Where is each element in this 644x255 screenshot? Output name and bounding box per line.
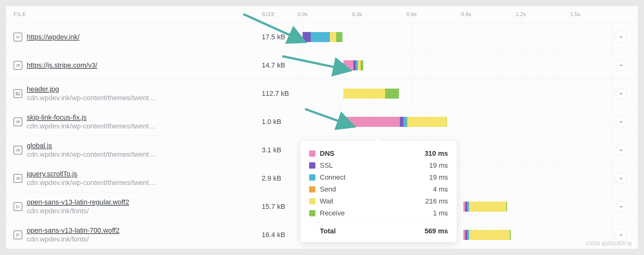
html-icon <box>14 33 22 41</box>
size-cell: 15.7 kB <box>262 203 303 211</box>
file-link[interactable]: https://js.stripe.com/v3/ <box>27 61 97 69</box>
axis-tick: 0.6s <box>407 6 417 23</box>
axis-tick: 1.2s <box>516 6 526 23</box>
tooltip-row: Wait216 ms <box>309 195 448 207</box>
file-cell: open-sans-v13-latin-regular.woff2cdn.wpd… <box>14 198 262 215</box>
tooltip-value: 1 ms <box>433 209 448 217</box>
axis-tick: 0.9s <box>461 6 471 23</box>
tooltip-label: Receive <box>320 209 428 217</box>
file-link[interactable]: jquery.scrollTo.js <box>27 170 156 178</box>
file-subpath: cdn.wpdev.ink/fonts/ <box>27 235 120 243</box>
chevron-down-icon <box>619 119 624 124</box>
color-swatch <box>309 162 315 169</box>
file-cell: https://wpdev.ink/ <box>14 33 262 41</box>
svg-line-6 <box>305 109 352 126</box>
size-cell: 112.7 kB <box>262 90 303 98</box>
file-link[interactable]: https://wpdev.ink/ <box>27 33 79 41</box>
expand-row-button[interactable] <box>615 88 627 99</box>
js-icon: JS <box>14 61 22 70</box>
file-subpath: cdn.wpdev.ink/wp-content/themes/twent… <box>27 150 156 159</box>
file-link[interactable]: open-sans-v13-latin-regular.woff2 <box>27 198 129 206</box>
expand-row-button[interactable] <box>615 116 627 127</box>
segment-connect <box>311 32 330 42</box>
segment-receive <box>447 117 447 127</box>
chevron-down-icon <box>619 91 624 96</box>
timing-bar[interactable] <box>463 230 510 240</box>
table-row: header.jpgcdn.wpdev.ink/wp-content/theme… <box>6 79 638 108</box>
annotation-arrow <box>305 109 362 132</box>
svg-line-4 <box>243 14 303 41</box>
svg-marker-2 <box>17 205 19 208</box>
file-link[interactable]: open-sans-v13-latin-700.woff2 <box>27 226 120 235</box>
annotation-arrow <box>282 56 358 76</box>
file-link[interactable]: header.jpg <box>27 85 156 93</box>
file-subpath: cdn.wpdev.ink/fonts/ <box>27 207 129 215</box>
svg-point-1 <box>17 93 18 93</box>
timing-tooltip: DNS310 msSSL19 msConnect19 msSend4 msWai… <box>300 140 457 242</box>
tooltip-value: 19 ms <box>429 161 448 170</box>
annotation-arrow <box>243 14 313 50</box>
tooltip-label: DNS <box>320 149 420 158</box>
segment-ssl <box>400 117 403 127</box>
expand-row-button[interactable] <box>615 31 627 43</box>
file-cell: open-sans-v13-latin-700.woff2cdn.wpdev.i… <box>14 226 262 243</box>
file-cell: JSglobal.jscdn.wpdev.ink/wp-content/them… <box>14 142 262 159</box>
tooltip-total-label: Total <box>320 227 336 235</box>
js-icon: JS <box>14 146 22 155</box>
file-link[interactable]: skip-link-focus-fix.js <box>27 113 156 122</box>
file-cell: JSskip-link-focus-fix.jscdn.wpdev.ink/wp… <box>14 113 262 130</box>
segment-wait <box>358 60 361 70</box>
timing-bar[interactable] <box>463 202 507 212</box>
waterfall-cell[interactable] <box>303 88 612 99</box>
tooltip-value: 216 ms <box>425 197 448 205</box>
font-icon <box>14 202 22 211</box>
expand-row-button[interactable] <box>615 229 627 241</box>
color-swatch <box>309 174 315 181</box>
table-row: https://wpdev.ink/17.5 kB <box>6 23 638 51</box>
segment-receive <box>361 60 363 70</box>
chevron-down-icon <box>619 35 624 40</box>
tooltip-label: Send <box>320 185 428 193</box>
chevron-down-icon <box>619 63 624 68</box>
img-icon <box>14 89 22 98</box>
size-cell: 1.0 kB <box>262 118 303 126</box>
font-icon <box>14 231 22 239</box>
segment-receive <box>336 32 342 42</box>
waterfall-panel: FILE SIZE 0.0s0.3s0.6s0.9s1.2s1.5s https… <box>6 6 638 249</box>
segment-connect <box>403 117 407 127</box>
segment-wait <box>343 89 385 99</box>
tooltip-row: Receive1 ms <box>309 207 448 219</box>
segment-wait <box>469 230 510 240</box>
timing-bar[interactable] <box>343 89 399 99</box>
table-header: FILE SIZE 0.0s0.3s0.6s0.9s1.2s1.5s <box>6 6 638 23</box>
axis-tick: 0.3s <box>352 6 362 23</box>
chevron-down-icon <box>619 232 624 237</box>
color-swatch <box>309 210 315 216</box>
segment-receive <box>385 89 399 99</box>
expand-row-button[interactable] <box>615 60 627 71</box>
chevron-down-icon <box>619 148 624 153</box>
waterfall-cell[interactable] <box>303 31 612 43</box>
file-cell: JSjquery.scrollTo.jscdn.wpdev.ink/wp-con… <box>14 170 262 187</box>
segment-wait <box>407 117 447 127</box>
file-link[interactable]: global.js <box>27 142 156 150</box>
tooltip-total-value: 569 ms <box>424 227 448 235</box>
file-subpath: cdn.wpdev.ink/wp-content/themes/twent… <box>27 179 156 187</box>
svg-line-5 <box>282 56 348 70</box>
tooltip-row: Send4 ms <box>309 183 448 195</box>
expand-row-button[interactable] <box>615 173 627 184</box>
tooltip-row: Connect19 ms <box>309 171 448 183</box>
expand-row-button[interactable] <box>615 201 627 212</box>
tooltip-row: DNS310 ms <box>309 148 448 160</box>
segment-receive <box>510 230 511 240</box>
tooltip-label: Wait <box>320 197 421 205</box>
chevron-down-icon <box>619 204 624 209</box>
chevron-down-icon <box>619 176 624 181</box>
file-subpath: cdn.wpdev.ink/wp-content/themes/twent… <box>27 94 156 102</box>
tooltip-label: Connect <box>320 173 425 182</box>
axis-tick: 1.5s <box>570 6 580 23</box>
expand-row-button[interactable] <box>615 144 627 156</box>
color-swatch <box>309 150 315 157</box>
size-cell: 2.9 kB <box>262 174 303 182</box>
file-subpath: cdn.wpdev.ink/wp-content/themes/twent… <box>27 122 156 130</box>
